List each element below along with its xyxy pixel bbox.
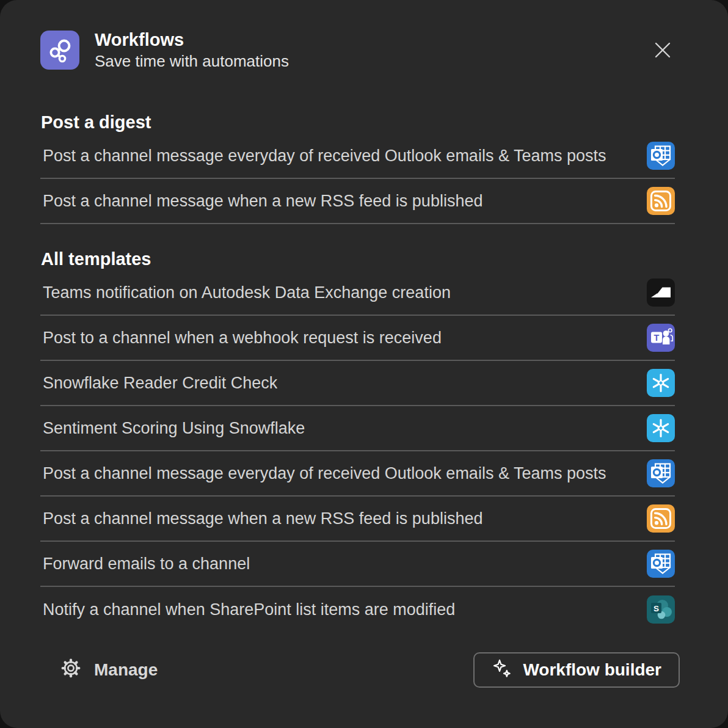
section-rows: Post a channel message everyday of recei… <box>40 134 675 224</box>
workflow-template-row[interactable]: Snowflake Reader Credit Check <box>40 361 675 406</box>
close-icon <box>652 40 673 60</box>
workflow-template-row[interactable]: Forward emails to a channel <box>40 542 675 587</box>
workflow-template-row[interactable]: Notify a channel when SharePoint list it… <box>40 587 675 632</box>
workflow-template-label: Notify a channel when SharePoint list it… <box>40 600 455 619</box>
snowflake-icon <box>647 414 675 442</box>
workflow-template-row[interactable]: Post a channel message everyday of recei… <box>40 134 675 179</box>
sparkles-icon <box>492 658 512 683</box>
sharepoint-icon: S <box>647 595 675 624</box>
workflow-template-label: Post a channel message when a new RSS fe… <box>40 509 482 528</box>
dialog-header: Workflows Save time with automations <box>0 0 728 70</box>
workflow-template-label: Post a channel message when a new RSS fe… <box>40 192 482 211</box>
workflow-template-row[interactable]: Post a channel message everyday of recei… <box>40 451 675 497</box>
snowflake-icon <box>647 369 675 397</box>
section-heading: All templates <box>40 249 675 269</box>
workflow-template-label: Sentiment Scoring Using Snowflake <box>40 419 305 438</box>
manage-button[interactable]: Manage <box>60 657 158 683</box>
header-text: Workflows Save time with automations <box>95 29 289 71</box>
workflow-builder-button[interactable]: Workflow builder <box>473 652 680 688</box>
dialog-footer: Manage Workflow builder <box>60 652 680 688</box>
svg-text:S: S <box>653 604 659 613</box>
workflow-template-row[interactable]: Post a channel message when a new RSS fe… <box>40 497 675 542</box>
workflows-dialog: Workflows Save time with automations Pos… <box>0 0 728 728</box>
manage-label: Manage <box>94 660 158 680</box>
outlook-icon <box>647 550 675 578</box>
section-rows: Teams notification on Autodesk Data Exch… <box>40 271 675 632</box>
dialog-subtitle: Save time with automations <box>95 51 289 71</box>
workflow-template-label: Post a channel message everyday of recei… <box>40 464 606 483</box>
template-sections: Post a digest Post a channel message eve… <box>40 112 675 632</box>
close-button[interactable] <box>650 38 675 62</box>
workflow-template-label: Post to a channel when a webhook request… <box>40 329 442 348</box>
svg-text:T: T <box>654 333 660 343</box>
gear-icon <box>60 657 82 683</box>
workflow-builder-label: Workflow builder <box>523 660 661 680</box>
workflow-template-label: Forward emails to a channel <box>40 555 250 573</box>
dialog-title: Workflows <box>95 29 289 50</box>
rss-icon <box>647 187 675 215</box>
rss-icon <box>647 504 675 533</box>
autodesk-icon <box>647 278 675 307</box>
workflow-app-icon <box>40 31 79 70</box>
workflow-share-icon <box>40 31 79 70</box>
template-section: All templates Teams notification on Auto… <box>40 249 675 632</box>
workflow-template-label: Snowflake Reader Credit Check <box>40 374 277 393</box>
workflow-template-row[interactable]: Post a channel message when a new RSS fe… <box>40 179 675 224</box>
workflow-template-row[interactable]: Post to a channel when a webhook request… <box>40 316 675 361</box>
section-heading: Post a digest <box>40 112 675 133</box>
workflow-template-label: Post a channel message everyday of recei… <box>40 147 606 166</box>
workflow-template-row[interactable]: Teams notification on Autodesk Data Exch… <box>40 271 675 316</box>
workflow-template-label: Teams notification on Autodesk Data Exch… <box>40 283 451 302</box>
outlook-icon <box>647 459 675 487</box>
teams-icon: T <box>647 324 675 352</box>
workflow-template-row[interactable]: Sentiment Scoring Using Snowflake <box>40 406 675 451</box>
template-section: Post a digest Post a channel message eve… <box>40 112 675 224</box>
outlook-icon <box>647 142 675 170</box>
